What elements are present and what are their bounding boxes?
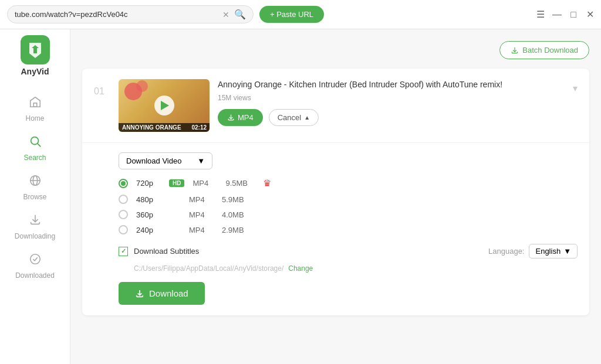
video-card: 01 ANNOYING ORANGE 02:12 Annoying Orange… [82, 69, 589, 315]
quality-format-720p: MP4 [193, 179, 217, 188]
sidebar-item-downloaded[interactable]: Downloaded [9, 248, 62, 284]
download-options: Download Video ▼ 720p HD MP4 9.5MB ♛ [94, 152, 578, 305]
language-value: English [535, 247, 561, 256]
browse-icon [29, 174, 42, 190]
quality-radio-480p[interactable] [119, 195, 128, 204]
home-label: Home [25, 114, 44, 123]
sidebar-item-home[interactable]: Home [9, 91, 62, 127]
quality-size-240p: 2.9MB [222, 226, 251, 234]
quality-label-240p: 240p [136, 226, 161, 234]
content-area: Batch Download 01 ANNOYING ORANGE 02:12 … [70, 29, 601, 364]
video-header: 01 ANNOYING ORANGE 02:12 Annoying Orange… [94, 79, 578, 132]
language-select[interactable]: English ▼ [529, 244, 578, 258]
downloading-icon [29, 213, 42, 230]
cancel-button[interactable]: Cancel ▲ [269, 109, 319, 126]
video-info: Annoying Orange - Kitchen Intruder (Bed … [218, 79, 565, 126]
quality-label-480p: 480p [136, 195, 161, 204]
window-controls: ☰ — □ ✕ [536, 11, 594, 19]
subtitle-row: Download Subtitles Language: English ▼ [119, 244, 578, 258]
play-button[interactable] [154, 96, 174, 115]
thumb-duration: 02:12 [191, 124, 207, 131]
url-text: tube.com/watch?v=pezdRcVe04c [15, 10, 218, 19]
video-views: 15M views [218, 94, 565, 102]
format-dropdown[interactable]: Download Video ▼ [119, 152, 212, 169]
url-clear-icon[interactable]: ✕ [222, 10, 229, 19]
sidebar: AnyVid Home Search [0, 29, 70, 364]
quality-size-720p: 9.5MB [225, 179, 255, 188]
language-area: Language: English ▼ [488, 244, 578, 258]
url-bar[interactable]: tube.com/watch?v=pezdRcVe04c ✕ 🔍 [7, 5, 254, 23]
quality-radio-360p[interactable] [119, 210, 128, 219]
quality-format-360p: MP4 [189, 210, 214, 219]
storage-path: C:/Users/Filippa/AppData/Local/AnyVid/st… [134, 264, 283, 273]
svg-point-1 [31, 137, 38, 145]
url-search-icon[interactable]: 🔍 [234, 9, 246, 20]
quality-radio-240p[interactable] [119, 225, 128, 234]
card-divider [82, 142, 589, 143]
mp4-label: MP4 [238, 113, 254, 122]
quality-label-720p: 720p [136, 179, 161, 188]
downloaded-icon [29, 253, 42, 269]
video-index: 01 [94, 86, 110, 97]
menu-icon[interactable]: ☰ [536, 11, 545, 19]
main-layout: AnyVid Home Search [0, 29, 601, 364]
change-path-button[interactable]: Change [288, 264, 313, 273]
sidebar-item-search[interactable]: Search [9, 130, 62, 166]
downloaded-label: Downloaded [15, 271, 55, 280]
language-dropdown-icon: ▼ [563, 247, 571, 256]
app-name: AnyVid [21, 67, 49, 76]
quality-radio-720p[interactable] [119, 179, 128, 188]
search-icon [29, 135, 42, 151]
header-row: Batch Download [82, 41, 589, 69]
minimize-button[interactable]: — [553, 11, 561, 19]
storage-row: C:/Users/Filippa/AppData/Local/AnyVid/st… [119, 264, 578, 273]
subtitle-label: Download Subtitles [134, 247, 199, 256]
quality-list: 720p HD MP4 9.5MB ♛ 480p MP4 5.9MB [119, 178, 578, 234]
quality-row-480p: 480p MP4 5.9MB [119, 195, 578, 204]
app-logo [21, 35, 50, 64]
titlebar: tube.com/watch?v=pezdRcVe04c ✕ 🔍 + Paste… [0, 0, 601, 29]
quality-row-240p: 240p MP4 2.9MB [119, 225, 578, 234]
sidebar-item-browse[interactable]: Browse [9, 169, 62, 206]
cancel-arrow-icon: ▲ [304, 114, 310, 121]
quality-format-240p: MP4 [189, 226, 214, 234]
quality-row-360p: 360p MP4 4.0MB [119, 210, 578, 219]
quality-row-720p: 720p HD MP4 9.5MB ♛ [119, 178, 578, 189]
downloading-label: Downloading [15, 232, 55, 240]
format-dropdown-label: Download Video [126, 157, 181, 165]
svg-line-2 [38, 144, 40, 147]
paste-url-button[interactable]: + Paste URL [259, 6, 324, 23]
thumb-decoration2 [136, 80, 148, 92]
quality-size-480p: 5.9MB [222, 195, 251, 204]
quality-format-480p: MP4 [189, 195, 214, 204]
video-actions: MP4 Cancel ▲ [218, 109, 565, 126]
video-thumbnail: ANNOYING ORANGE 02:12 [119, 79, 210, 132]
logo-area: AnyVid [21, 35, 50, 76]
format-dropdown-arrow-icon: ▼ [197, 157, 205, 165]
subtitle-checkbox[interactable] [119, 247, 128, 256]
download-button-label: Download [149, 288, 188, 298]
search-label: Search [23, 154, 46, 162]
svg-point-7 [30, 254, 40, 264]
close-button[interactable]: ✕ [586, 11, 594, 19]
mp4-button[interactable]: MP4 [218, 109, 263, 126]
svg-rect-0 [33, 103, 37, 107]
hd-badge: HD [169, 179, 184, 187]
cancel-label: Cancel [278, 113, 301, 122]
expand-icon[interactable]: ▾ [573, 83, 578, 94]
quality-label-360p: 360p [136, 210, 161, 219]
batch-download-label: Batch Download [522, 46, 578, 55]
maximize-button[interactable]: □ [569, 11, 578, 19]
quality-size-360p: 4.0MB [222, 210, 251, 219]
browse-label: Browse [23, 193, 46, 201]
download-button[interactable]: Download [119, 282, 205, 305]
language-label: Language: [488, 247, 524, 256]
video-title: Annoying Orange - Kitchen Intruder (Bed … [218, 79, 565, 91]
crown-icon: ♛ [263, 178, 271, 189]
sidebar-item-downloading[interactable]: Downloading [9, 209, 62, 245]
home-icon [29, 96, 42, 112]
batch-download-button[interactable]: Batch Download [499, 41, 589, 59]
